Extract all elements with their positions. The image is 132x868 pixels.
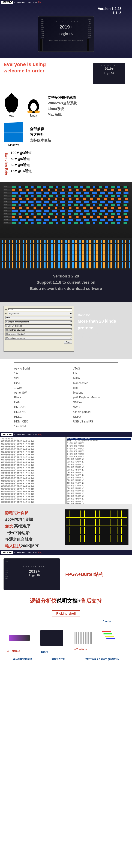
protocol-list-section: Async Serial12cSPIHide1-WireAtmel SWIBis… — [0, 359, 132, 432]
protocol-item: HD44780 — [14, 409, 59, 414]
version-1: Version 1.2.28 — [4, 7, 121, 11]
esd-section: 静电过压保护 ±50V内均可测量 触发 高/低电平 上升/下降边沿 多通道组合触… — [0, 504, 132, 550]
package-footer: 高品质USB数据线 塑料外壳主机 优质打标线 4个信号夹 (颜色随机) — [4, 654, 128, 661]
picking-section: Picking shell — [0, 610, 132, 619]
sampling-label: Sampling Rate — [0, 146, 9, 182]
protocol-modal-section: ⊕ ⊕Async Serial 9600 8 Bits per Transfer… — [0, 302, 132, 359]
download-section: Version 1.2.28 Support 1.1.8 to current … — [0, 238, 132, 302]
data-export-2: Microsoft Excel - untitled.csv Export ID… — [67, 437, 132, 504]
protocol-item: Modbus — [73, 390, 118, 395]
protocol-item: HDMI CEC — [14, 419, 59, 424]
apple-icon — [4, 93, 19, 113]
device-year: 2019+ — [45, 24, 87, 30]
protocol-item: Async Serial — [14, 366, 59, 371]
fpga-section: GNDCH7CH6CH5CH4CH3CH2CH1CH0GND CH0 STA P… — [0, 555, 132, 594]
brand-code: SZXSJDZ — [1, 1, 13, 4]
version-block: Version 1.2.28 1.1. 8 — [4, 7, 121, 15]
data-export-1: Time [s], Packet 0.000000000000000,0,0x0… — [0, 437, 65, 504]
protocol-item: SMBus — [73, 400, 118, 405]
brand-bar-3: SZXSJDZ IC Electronic Components 聚成 — [0, 550, 132, 555]
windows-icon — [4, 122, 23, 143]
tux-icon — [27, 95, 41, 113]
pin-labels-right: GNDCH8CH9CH10CH11CH12CH13CH14CH15GND — [87, 19, 92, 50]
stop-select[interactable]: 1 Stop Bit (standard) — [5, 324, 72, 328]
protocol-item: Biss c — [14, 395, 59, 400]
device-render: GNDCH7CH6CH5CH4CH3CH2CH1CH0GND CH0 STA P… — [38, 16, 94, 52]
dl-support: Support 1.1.8 to current version — [0, 279, 132, 285]
waveform-screenshot-1: CH0 CH1 CH2 CH3 CH4 CH5 CH6 CH7 CH8 CH9 … — [0, 182, 132, 238]
os-text: 支持多种操作系统 Windows全部系统 Linux系统 Mac系统 — [48, 95, 77, 117]
protocol-item: 1-Wire — [14, 385, 59, 390]
compat-text: 全部兼容 官方软件 支持版本更新 — [30, 126, 51, 143]
protocol-item: MiDi? — [73, 376, 118, 380]
protocol-item: USB LS and FS — [73, 419, 118, 424]
waveform-screenshot-2 — [0, 238, 132, 270]
package-section: 4 only ↙1article 1only ↙1article 高品质USB数… — [0, 619, 132, 672]
parity-select[interactable]: No Parity Bit (standard) — [5, 329, 72, 332]
brand-sub: IC Electronic Components — [14, 1, 37, 3]
protocol-item: Hide — [14, 381, 59, 385]
item-cable — [9, 635, 30, 641]
protocol-item: Atmel SWI — [14, 390, 59, 395]
protocol-item: LIN — [73, 371, 118, 376]
proto-select[interactable]: Async Serial — [8, 312, 72, 315]
picking-badge: Picking shell — [52, 610, 80, 617]
protocol-col-1: Async Serial12cSPIHide1-WireAtmel SWIBis… — [14, 366, 59, 429]
bits-select[interactable]: 8 Bits per Transfer (standard) — [5, 320, 72, 323]
dl-baidu: Baidu network disk download software — [0, 285, 132, 291]
qty-1a: 1article — [10, 650, 20, 652]
device-footer: Digital Input with continuous +/-50V & E… — [45, 39, 87, 41]
qty-4: 4 only — [103, 620, 111, 623]
fpga-text: FPGA+Butter结构 — [65, 571, 103, 578]
protocol-item: DMX-512 — [14, 405, 59, 409]
device-photo: GNDCH7CH6CH5CH4CH3CH2CH1CH0GND CH0 STA P… — [4, 558, 60, 590]
os-section: osx Linux 支持多种操作系统 Windows全部系统 Linux系统 M… — [0, 90, 132, 146]
sampling-list: 100M@3通道 50M@6通道 32M@9通道 16M@16通道 — [11, 150, 130, 174]
brand-bar: SZXSJDZ IC Electronic Components 聚成 — [0, 0, 132, 5]
brand-bar-2: SZXSJDZ IC Electronic Components 聚成 — [0, 432, 132, 437]
slogan-section: Everyone is using welcome to order CH0 S… — [0, 58, 132, 90]
brand-zh: 聚成 — [38, 1, 42, 4]
protocol-item: JTAG — [73, 366, 118, 371]
scope-screenshot — [65, 509, 128, 545]
qty-1c: 1article — [77, 648, 87, 651]
pin-labels-left: GNDCH7CH6CH5CH4CH3CH2CH1CH0GND — [40, 19, 45, 50]
bitrate-select[interactable]: 9600 — [5, 316, 72, 319]
analyzer-dialog: ⊕ ⊕Async Serial 9600 8 Bits per Transfer… — [4, 306, 74, 352]
protocol-item: UNI/O — [73, 414, 118, 419]
protocol-item: ps/2 Keyboard/Mouse — [73, 395, 118, 400]
item-host — [40, 630, 63, 646]
qty-1b: 1only — [41, 650, 48, 654]
save-button[interactable]: Save — [64, 341, 72, 344]
item-ribbon — [74, 632, 92, 644]
protocol-item: simple parallel — [73, 409, 118, 414]
device-model: Logic 16 — [45, 32, 87, 36]
protocol-item: HDLC — [14, 414, 59, 419]
version-2: 1.1. 8 — [4, 11, 121, 15]
protocol-item: 12c — [14, 371, 59, 376]
data-export-section: Time [s], Packet 0.000000000000000,0,0x0… — [0, 437, 132, 504]
sig-select[interactable]: Non Inverted (standard) — [5, 333, 72, 336]
proto-input-1[interactable] — [8, 308, 72, 311]
protocol-col-2: JTAGLINMiDi?ManchesterMidiModbusps/2 Key… — [73, 366, 118, 429]
device-top-labels: CH0 STA PWR — [45, 20, 87, 22]
docs-section: 逻辑分析仪说明文档+售后支持 — [0, 594, 132, 610]
dl-version: Version 1.2.28 — [0, 273, 132, 279]
os-apple: osx — [4, 93, 19, 117]
item-clips — [102, 631, 123, 645]
mini-device: CH0 STA PWR 2019+ Logic 16 — [93, 63, 125, 84]
protocol-item: CAN — [14, 400, 59, 405]
use-select[interactable]: Use settings (standard) — [5, 337, 72, 340]
protocol-text: stand by More than 20 kinds protocol Onl… — [78, 306, 128, 355]
sampling-section: Sampling Rate 100M@3通道 50M@6通道 32M@9通道 1… — [0, 146, 132, 182]
hero-section: Version 1.2.28 1.1. 8 GNDCH7CH6CH5CH4CH3… — [0, 5, 132, 58]
os-windows: Windows — [4, 123, 23, 147]
protocol-item: SPI — [14, 376, 59, 380]
protocol-item: 12s/PCM — [14, 424, 59, 429]
protocol-item: Midi — [73, 385, 118, 390]
protocol-item: Manchester — [73, 381, 118, 385]
os-linux: Linux — [27, 95, 41, 117]
protocol-item: SWD — [73, 405, 118, 409]
